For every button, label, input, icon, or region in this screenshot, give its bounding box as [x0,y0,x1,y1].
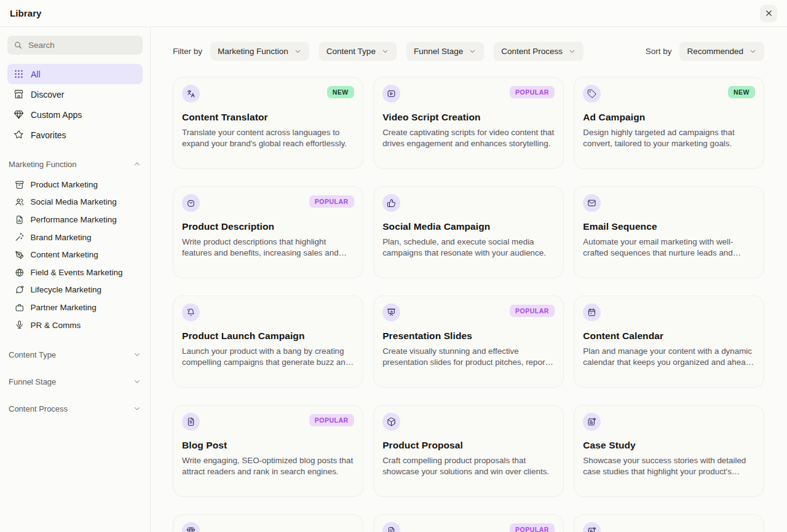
section-toggle-content-process[interactable]: Content Process [7,402,143,415]
thumbs-up-icon [387,198,396,208]
sort-group: Sort by Recommended [646,42,764,61]
filter-item-label: Partner Marketing [31,303,97,312]
filter-dropdown-content-process[interactable]: Content Process [494,42,583,61]
card-description: Launch your product with a bang by creat… [182,346,354,368]
card-head: POPULAR [382,522,555,532]
filter-item-label: Content Marketing [31,250,98,259]
popular-badge: POPULAR [309,195,354,208]
card-content-translator[interactable]: NEWContent TranslatorTranslate your cont… [173,77,363,169]
card-product-launch-campaign[interactable]: Product Launch CampaignLaunch your produ… [173,295,363,388]
presentation-chart-icon [387,308,396,317]
card-title: Case Study [583,440,755,451]
card-grid: NEWContent TranslatorTranslate your cont… [173,77,764,532]
filter-item-content-marketing[interactable]: Content Marketing [7,246,143,264]
filter-section-funnel-stage: Funnel Stage [7,375,143,388]
card-icon-circle [182,413,200,431]
card-head: POPULAR [382,85,555,103]
search-box[interactable] [7,36,143,55]
filter-section-content-process: Content Process [7,402,143,415]
card-partial[interactable] [574,514,764,532]
filter-item-performance-marketing[interactable]: Performance Marketing [7,211,143,229]
section-items: Product MarketingSocial Media MarketingP… [7,176,143,334]
tag-icon [587,89,596,98]
chevron-down-icon [749,47,757,55]
card-title: Product Description [182,221,354,232]
filter-dropdown-content-type[interactable]: Content Type [319,42,397,61]
card-description: Design highly targeted ad campaigns that… [583,127,755,149]
card-partial[interactable]: POPULAR [373,514,564,532]
filter-item-pr-comms[interactable]: PR & Comms [7,316,143,334]
chevron-down-icon [381,47,389,55]
card-head: POPULAR [182,194,354,212]
card-case-study[interactable]: Case StudyShowcase your success stories … [574,405,764,497]
search-icon [14,41,23,50]
card-blog-post[interactable]: POPULARBlog PostWrite engaging, SEO-opti… [173,405,363,497]
card-description: Translate your content across languages … [182,127,354,149]
card-description: Showcase your success stories with detai… [583,455,755,477]
card-head [583,194,755,212]
filter-dropdown-funnel-stage[interactable]: Funnel Stage [406,42,484,61]
chevron-down-icon [469,47,477,55]
card-icon-circle [382,303,400,321]
filter-item-lifecycle-marketing[interactable]: Lifecycle Marketing [7,281,143,299]
card-head: POPULAR [182,413,354,431]
card-head [182,303,354,321]
sidebar-item-all[interactable]: All [7,64,143,84]
filter-section-content-type: Content Type [7,348,143,361]
sidebar-item-favorites[interactable]: Favorites [7,125,143,145]
card-email-sequence[interactable]: Email SequenceAutomate your email market… [574,186,764,278]
card-social-media-campaign[interactable]: Social Media CampaignPlan, schedule, and… [373,186,564,278]
filter-item-product-marketing[interactable]: Product Marketing [7,176,143,194]
section-toggle-marketing-function[interactable]: Marketing Function [7,158,143,170]
sidebar-item-custom-apps[interactable]: Custom Apps [7,104,143,125]
card-icon-circle [382,522,400,532]
sidebar-item-label: Favorites [31,130,66,140]
toolbar: Filter by Marketing FunctionContent Type… [173,42,764,61]
card-icon-circle [182,303,200,321]
card-description: Plan, schedule, and execute social media… [382,237,555,259]
sort-dropdown[interactable]: Recommended [679,42,764,61]
sidebar-item-discover[interactable]: Discover [7,84,143,104]
card-head: NEW [583,85,755,103]
search-input[interactable] [27,40,136,50]
report-badge-icon [587,526,596,532]
filter-by-label: Filter by [173,47,202,56]
popular-badge: POPULAR [510,86,555,98]
chevron-down-icon [133,404,141,413]
close-button[interactable] [760,5,777,22]
card-title: Email Sequence [583,221,755,232]
card-icon-circle [583,522,601,532]
search-icon [14,41,23,50]
card-title: Blog Post [182,440,354,451]
filter-item-partner-marketing[interactable]: Partner Marketing [7,299,143,316]
filter-dropdown-marketing-function[interactable]: Marketing Function [210,42,309,61]
filter-dropdown-label: Content Process [501,47,563,56]
star-icon [14,130,24,140]
filter-item-brand-marketing[interactable]: Brand Marketing [7,229,143,246]
card-product-description[interactable]: POPULARProduct DescriptionWrite product … [173,186,363,278]
card-content-calendar[interactable]: Content CalendarPlan and manage your con… [574,295,764,388]
card-title: Content Calendar [583,331,755,342]
card-icon-circle [382,194,400,212]
card-icon-circle [382,85,400,103]
section-toggle-content-type[interactable]: Content Type [7,348,143,361]
sidebar-item-label: Discover [31,90,64,100]
filter-item-field-events-marketing[interactable]: Field & Events Marketing [7,264,143,281]
filter-item-label: Performance Marketing [31,215,117,224]
section-toggle-funnel-stage[interactable]: Funnel Stage [7,375,143,388]
file-chart-icon [15,215,25,225]
card-description: Create captivating scripts for video con… [382,127,555,149]
card-ad-campaign[interactable]: NEWAd CampaignDesign highly targeted ad … [574,77,764,169]
card-title: Product Launch Campaign [182,331,354,342]
filter-item-label: Brand Marketing [31,233,92,242]
card-video-script-creation[interactable]: POPULARVideo Script CreationCreate capti… [373,77,564,169]
card-title: Social Media Campaign [382,221,555,232]
card-presentation-slides[interactable]: POPULARPresentation SlidesCreate visuall… [373,295,564,388]
card-partial[interactable] [173,514,363,532]
card-product-proposal[interactable]: Product ProposalCraft compelling product… [373,405,564,497]
card-head [382,194,555,212]
archive-box-icon [15,180,25,190]
x-icon [764,9,773,18]
card-title: Video Script Creation [382,112,555,123]
filter-item-social-media-marketing[interactable]: Social Media Marketing [7,194,143,211]
